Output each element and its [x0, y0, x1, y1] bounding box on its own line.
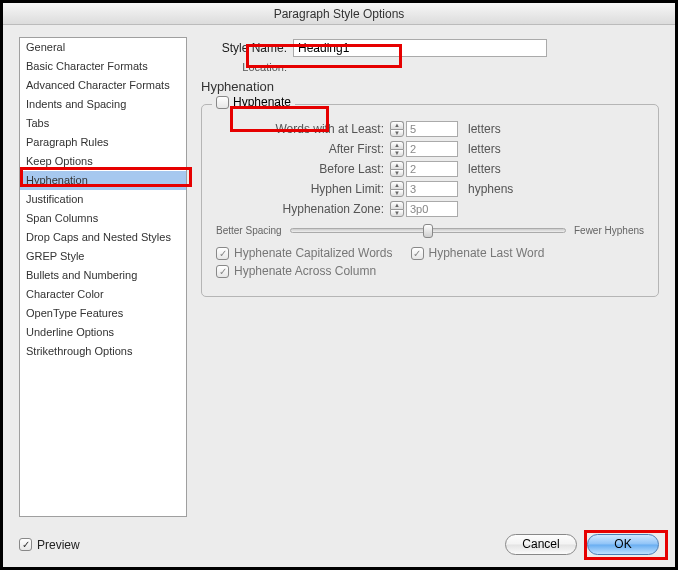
- sidebar-item[interactable]: Tabs: [20, 114, 186, 133]
- ok-button[interactable]: OK: [587, 534, 659, 555]
- sidebar-item[interactable]: Span Columns: [20, 209, 186, 228]
- field-input[interactable]: [406, 141, 458, 157]
- slider-right-label: Fewer Hyphens: [574, 225, 644, 236]
- category-list: GeneralBasic Character FormatsAdvanced C…: [19, 37, 187, 517]
- sidebar-item[interactable]: Justification: [20, 190, 186, 209]
- sub-checkbox[interactable]: [216, 247, 229, 260]
- sidebar-item[interactable]: OpenType Features: [20, 304, 186, 323]
- stepper-down-icon[interactable]: ▼: [390, 169, 404, 177]
- sub-checkbox[interactable]: [411, 247, 424, 260]
- field-label: Hyphenation Zone:: [216, 202, 384, 216]
- stepper-up-icon[interactable]: ▲: [390, 161, 404, 169]
- stepper-up-icon[interactable]: ▲: [390, 181, 404, 189]
- stepper-up-icon[interactable]: ▲: [390, 201, 404, 209]
- sidebar-item[interactable]: Drop Caps and Nested Styles: [20, 228, 186, 247]
- hyphenate-checkbox[interactable]: [216, 96, 229, 109]
- sidebar-item[interactable]: Advanced Character Formats: [20, 76, 186, 95]
- sidebar-item[interactable]: Hyphenation: [20, 171, 186, 190]
- spacing-slider[interactable]: [290, 228, 566, 233]
- sidebar-item[interactable]: Indents and Spacing: [20, 95, 186, 114]
- sidebar-item[interactable]: Strikethrough Options: [20, 342, 186, 361]
- window-title: Paragraph Style Options: [3, 3, 675, 25]
- field-input[interactable]: [406, 181, 458, 197]
- sidebar-item[interactable]: Bullets and Numbering: [20, 266, 186, 285]
- sub-check-label: Hyphenate Across Column: [234, 264, 376, 278]
- main-panel: Style Name: Location: Hyphenation Hyphen…: [201, 37, 659, 517]
- stepper-down-icon[interactable]: ▼: [390, 189, 404, 197]
- field-unit: hyphens: [468, 182, 528, 196]
- style-name-label: Style Name:: [201, 41, 287, 55]
- field-label: After First:: [216, 142, 384, 156]
- hyphenation-group: Hyphenate Words with at Least:▲▼lettersA…: [201, 104, 659, 297]
- sub-checkbox[interactable]: [216, 265, 229, 278]
- slider-thumb-icon[interactable]: [423, 224, 433, 238]
- sidebar-item[interactable]: Underline Options: [20, 323, 186, 342]
- field-input[interactable]: [406, 121, 458, 137]
- sub-check-label: Hyphenate Capitalized Words: [234, 246, 393, 260]
- sidebar-item[interactable]: General: [20, 38, 186, 57]
- sidebar-item[interactable]: Keep Options: [20, 152, 186, 171]
- field-unit: letters: [468, 142, 528, 156]
- section-title: Hyphenation: [201, 79, 659, 94]
- field-unit: letters: [468, 122, 528, 136]
- field-label: Words with at Least:: [216, 122, 384, 136]
- sidebar-item[interactable]: GREP Style: [20, 247, 186, 266]
- field-input[interactable]: [406, 161, 458, 177]
- stepper-up-icon[interactable]: ▲: [390, 141, 404, 149]
- field-unit: letters: [468, 162, 528, 176]
- field-label: Hyphen Limit:: [216, 182, 384, 196]
- hyphenate-legend: Hyphenate: [233, 95, 291, 109]
- dialog-frame: Paragraph Style Options GeneralBasic Cha…: [0, 0, 678, 570]
- stepper-down-icon[interactable]: ▼: [390, 209, 404, 217]
- slider-left-label: Better Spacing: [216, 225, 282, 236]
- sub-check-label: Hyphenate Last Word: [429, 246, 545, 260]
- stepper-down-icon[interactable]: ▼: [390, 129, 404, 137]
- field-input[interactable]: [406, 201, 458, 217]
- preview-checkbox[interactable]: [19, 538, 32, 551]
- sidebar-item[interactable]: Character Color: [20, 285, 186, 304]
- field-label: Before Last:: [216, 162, 384, 176]
- preview-label: Preview: [37, 538, 80, 552]
- stepper-up-icon[interactable]: ▲: [390, 121, 404, 129]
- stepper-down-icon[interactable]: ▼: [390, 149, 404, 157]
- style-name-input[interactable]: [293, 39, 547, 57]
- sidebar-item[interactable]: Basic Character Formats: [20, 57, 186, 76]
- cancel-button[interactable]: Cancel: [505, 534, 577, 555]
- sidebar-item[interactable]: Paragraph Rules: [20, 133, 186, 152]
- location-label: Location:: [201, 61, 287, 73]
